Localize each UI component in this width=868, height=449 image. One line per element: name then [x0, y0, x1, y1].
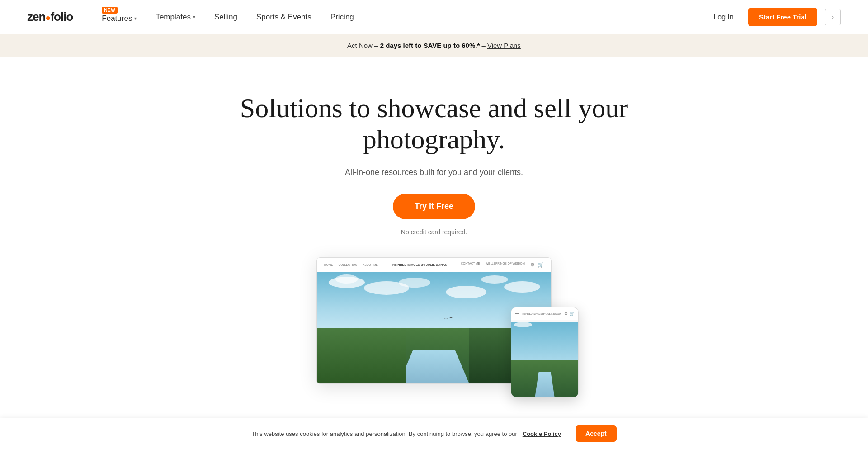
promo-text-mid: – [481, 42, 485, 49]
accept-cookies-button[interactable]: Accept [576, 425, 617, 442]
mobile-nav-icons: ⚙ 🛒 [564, 312, 575, 316]
pricing-label: Pricing [330, 13, 354, 22]
cloud-5 [446, 286, 486, 298]
start-trial-button[interactable]: Start Free Trial [748, 8, 817, 26]
nav-selling[interactable]: Selling [207, 9, 245, 25]
nav-features[interactable]: NEW Features ▾ [94, 8, 144, 27]
mockup-nav-icons: ⚙ 🛒 [530, 262, 544, 268]
mockup-nav-collection: COLLECTION [339, 263, 358, 266]
promo-banner: Act Now – 2 days left to SAVE up to 60%.… [0, 34, 868, 57]
hero-title: Solutions to showcase and sell your phot… [240, 93, 628, 155]
selling-label: Selling [214, 13, 237, 22]
nav-pricing[interactable]: Pricing [323, 9, 361, 25]
bird-5 [449, 317, 453, 319]
cookie-text: This website uses cookies for analytics … [251, 430, 517, 437]
mockup-nav-home: HOME [324, 263, 333, 266]
no-credit-card-text: No credit card required. [401, 228, 467, 236]
nav-sports-events[interactable]: Sports & Events [249, 9, 319, 25]
sports-events-label: Sports & Events [256, 13, 311, 22]
main-nav: zen lio f zen●folio NEW Features ▾ Templ… [0, 0, 868, 34]
mockup-nav-links: HOME COLLECTION ABOUT ME [324, 263, 378, 266]
templates-chevron-icon: ▾ [193, 14, 195, 19]
try-it-free-button[interactable]: Try It Free [393, 194, 475, 219]
mobile-mockup: ☰ INSPIRED IMAGES BY JULIE DANAN ⚙ 🛒 [511, 307, 579, 397]
mobile-menu-icon: ☰ [515, 311, 519, 316]
mockup-river [399, 350, 469, 383]
logo[interactable]: zen lio f zen●folio [27, 10, 73, 24]
mockup-birds [429, 317, 453, 320]
nav-templates[interactable]: Templates ▾ [148, 9, 202, 25]
mockup-nav-right-links: CONTACT ME WELLSPRINGS OF WISDOM ⚙ 🛒 [461, 262, 544, 268]
mockup-mobile-nav: ☰ INSPIRED IMAGES BY JULIE DANAN ⚙ 🛒 [511, 307, 578, 320]
cloud-7 [504, 281, 540, 293]
logo-text-folio: folio [50, 10, 73, 24]
nav-links: NEW Features ▾ Templates ▾ Selling Sport… [94, 8, 706, 27]
mobile-settings-icon: ⚙ [564, 312, 568, 316]
mockup-nav-bar: HOME COLLECTION ABOUT ME INSPIRED IMAGES… [317, 258, 551, 272]
mobile-ground [511, 360, 578, 397]
mockup-nav-wisdom: WELLSPRINGS OF WISDOM [486, 262, 525, 268]
hero-section: Solutions to showcase and sell your phot… [0, 57, 868, 402]
settings-icon: ⚙ [530, 262, 535, 268]
features-label: Features [102, 14, 132, 23]
bird-2 [434, 317, 438, 318]
mobile-cloud-1 [514, 322, 532, 327]
promo-text-bold: 2 days left to SAVE up to 60%.* [380, 42, 480, 49]
mockup-nav-contact: CONTACT ME [461, 262, 480, 268]
features-badge: NEW [102, 7, 118, 14]
cart-icon: 🛒 [538, 262, 544, 268]
logo-text-zen: zen [27, 10, 45, 24]
mockup-trees-left [317, 328, 406, 383]
features-chevron-icon: ▾ [134, 16, 137, 21]
nav-right: Log In Start Free Trial › [706, 8, 841, 26]
mobile-landscape-image [511, 322, 578, 397]
login-button[interactable]: Log In [706, 9, 741, 25]
promo-text-pre: Act Now – [347, 42, 378, 49]
hero-subtitle: All-in-one resources built for you and y… [345, 168, 523, 177]
mockup-preview: HOME COLLECTION ABOUT ME INSPIRED IMAGES… [316, 257, 552, 384]
mobile-cart-icon: 🛒 [570, 312, 575, 316]
mobile-site-title: INSPIRED IMAGES BY JULIE DANAN [519, 312, 564, 315]
mobile-sky [511, 322, 578, 360]
bird-4 [444, 318, 448, 320]
nav-extra-icon[interactable]: › [825, 9, 841, 25]
mockup-site-title: INSPIRED IMAGES BY JULIE DANAN [392, 263, 447, 266]
cookie-banner: This website uses cookies for analytics … [0, 418, 868, 449]
mockup-nav-about: ABOUT ME [363, 263, 378, 266]
templates-label: Templates [156, 13, 190, 22]
bird-1 [429, 317, 433, 318]
view-plans-link[interactable]: View Plans [487, 42, 521, 49]
cloud-2 [335, 274, 358, 284]
chevron-right-icon: › [832, 14, 834, 20]
cookie-policy-link[interactable]: Cookie Policy [523, 430, 561, 437]
bird-3 [439, 317, 443, 318]
mobile-river [535, 372, 555, 398]
